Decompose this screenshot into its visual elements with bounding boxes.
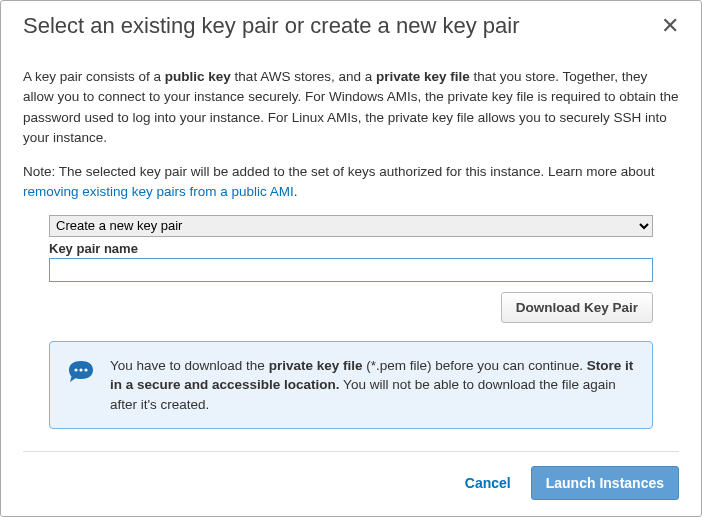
close-icon[interactable]: ✕ [661, 15, 679, 37]
keypair-mode-row: Create a new key pair [49, 215, 653, 237]
text-bold: public key [165, 69, 231, 84]
dialog-footer: Cancel Launch Instances [23, 451, 679, 516]
svg-point-1 [79, 368, 82, 371]
form-area: Create a new key pair Key pair name Down… [23, 215, 679, 430]
keypair-name-label: Key pair name [49, 241, 653, 256]
cancel-button[interactable]: Cancel [463, 469, 513, 497]
text-bold: private key file [376, 69, 470, 84]
text: (*.pem file) before you can continue. [362, 358, 586, 373]
text: . [294, 184, 298, 199]
keypair-dialog: Select an existing key pair or create a … [0, 0, 702, 517]
launch-instances-button[interactable]: Launch Instances [531, 466, 679, 500]
keypair-name-input[interactable] [49, 258, 653, 282]
text-bold: private key file [269, 358, 363, 373]
learn-more-link[interactable]: removing existing key pairs from a publi… [23, 184, 294, 199]
download-row: Download Key Pair [49, 292, 653, 323]
info-box: You have to download the private key fil… [49, 341, 653, 430]
info-icon [66, 358, 96, 388]
note-text: Note: The selected key pair will be adde… [23, 162, 679, 203]
text: You have to download the [110, 358, 269, 373]
dialog-body: A key pair consists of a public key that… [1, 49, 701, 451]
intro-text: A key pair consists of a public key that… [23, 67, 679, 148]
text: A key pair consists of a [23, 69, 165, 84]
svg-point-2 [84, 368, 87, 371]
dialog-header: Select an existing key pair or create a … [1, 1, 701, 49]
keypair-mode-select[interactable]: Create a new key pair [49, 215, 653, 237]
svg-point-0 [74, 368, 77, 371]
info-text: You have to download the private key fil… [110, 356, 636, 415]
download-keypair-button[interactable]: Download Key Pair [501, 292, 653, 323]
dialog-title: Select an existing key pair or create a … [23, 13, 519, 39]
text: Note: The selected key pair will be adde… [23, 164, 655, 179]
text: that AWS stores, and a [231, 69, 376, 84]
